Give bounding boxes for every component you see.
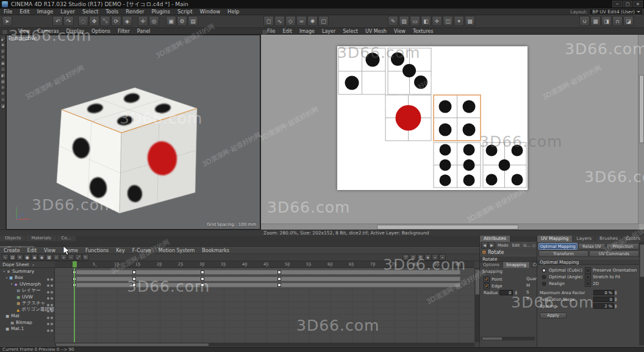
dope-sheet-selector[interactable]: Dope Sheet ▾ bbox=[0, 261, 55, 268]
fill-tool-icon[interactable]: ◧ bbox=[1, 72, 5, 77]
magnet-keys-icon[interactable]: ∩ bbox=[53, 254, 60, 261]
keyframe-frame-14[interactable] bbox=[132, 277, 136, 281]
attributes-horizontal-scrollbar[interactable] bbox=[481, 337, 535, 340]
texture-menu-textures[interactable]: Textures bbox=[409, 29, 437, 34]
tab-objects[interactable]: Objects bbox=[0, 236, 26, 241]
texture-uv-editor[interactable] bbox=[260, 35, 644, 230]
brush-tool-icon[interactable]: ✎ bbox=[1, 54, 5, 59]
attributes-menu-mode[interactable]: Mode bbox=[496, 243, 510, 248]
menu-edit[interactable]: Edit bbox=[16, 9, 33, 15]
uv-panel-scrollbar[interactable] bbox=[639, 242, 644, 345]
scale-icon[interactable]: ⤡ bbox=[100, 16, 110, 26]
texture-menu-file[interactable]: File bbox=[263, 29, 279, 34]
menu-file[interactable]: File bbox=[0, 9, 16, 15]
projection-button[interactable]: Projection bbox=[606, 243, 639, 250]
radio-optimal-cubic[interactable] bbox=[541, 267, 547, 273]
selection-tool-icon[interactable]: ▖ bbox=[1, 36, 5, 41]
texture-horizontal-scrollbar[interactable] bbox=[261, 224, 639, 230]
zoom-in-icon[interactable]: + bbox=[60, 254, 67, 261]
texture-menu-uv-mesh[interactable]: UV Mesh bbox=[362, 29, 390, 34]
menu-tools[interactable]: Tools bbox=[102, 9, 122, 15]
record-icon[interactable]: ● bbox=[24, 254, 30, 261]
bookmark-icon[interactable]: ◈ bbox=[424, 254, 431, 261]
radius-input[interactable]: 0 bbox=[499, 290, 513, 295]
spinner-control[interactable]: ▲▼ bbox=[615, 304, 617, 309]
render-queue-icon[interactable]: ▤ bbox=[188, 16, 198, 26]
tab-co[interactable]: Co... bbox=[57, 236, 76, 241]
add-deformer-icon[interactable]: ≈ bbox=[296, 16, 307, 26]
color-picker-icon[interactable]: ✛ bbox=[432, 16, 442, 26]
tab-colors[interactable]: Colors bbox=[622, 236, 644, 242]
keyframe-frame-48[interactable] bbox=[277, 270, 281, 274]
motion-mode-icon[interactable]: ≋ bbox=[16, 254, 23, 261]
spinner-control[interactable]: ▲▼ bbox=[515, 290, 517, 295]
lock-icon[interactable]: ◪ bbox=[623, 16, 634, 26]
timeline-object-summary[interactable]: ▸≣Summary bbox=[0, 268, 54, 275]
texture-menu-layer[interactable]: Layer bbox=[318, 29, 339, 34]
layout-dropdown[interactable]: BP UV Edit4 (User) bbox=[589, 9, 643, 15]
maximize-button[interactable]: □ bbox=[623, 1, 632, 7]
move-icon[interactable]: ✥ bbox=[89, 16, 99, 26]
spinner-control[interactable]: ▲▼ bbox=[615, 297, 617, 302]
playhead[interactable] bbox=[74, 268, 75, 342]
magnet-icon[interactable]: ∩ bbox=[612, 16, 623, 26]
frame-all-icon[interactable]: ⤢ bbox=[75, 254, 82, 261]
checkbox-stretch-to-fit[interactable] bbox=[585, 274, 591, 280]
animation-track[interactable] bbox=[73, 270, 460, 275]
tab-uv-mapping[interactable]: UV Mapping bbox=[537, 236, 572, 242]
timeline-menu-create[interactable]: Create bbox=[0, 248, 24, 253]
texture-menu-view[interactable]: View bbox=[390, 29, 409, 34]
add-light-icon[interactable]: ✺ bbox=[307, 16, 318, 26]
keyframe-frame-30[interactable] bbox=[201, 283, 204, 287]
viewport-panel-icon[interactable] bbox=[2, 29, 8, 35]
keyframe-frame-48[interactable] bbox=[277, 277, 281, 281]
viewport-menu-panel[interactable]: Panel bbox=[134, 29, 154, 34]
keyframe-frame-14[interactable] bbox=[132, 270, 136, 274]
timeline-menu-frame[interactable]: Frame bbox=[59, 248, 82, 253]
relaxation-steps-input[interactable]: 0 bbox=[593, 297, 614, 302]
attributes-section-header[interactable]: Rotate bbox=[480, 256, 537, 262]
pointer-icon[interactable]: ➤ bbox=[2, 16, 12, 26]
move-tool-icon[interactable]: ✥ bbox=[1, 42, 5, 47]
viewport-menu-display[interactable]: Display bbox=[63, 29, 88, 34]
keyframe-frame-48[interactable] bbox=[277, 283, 281, 287]
last-tool-icon[interactable]: ◈ bbox=[122, 16, 132, 26]
eraser-icon[interactable]: ▭ bbox=[410, 16, 420, 26]
scrollbar-thumb[interactable] bbox=[640, 244, 644, 277]
radio-optimal-angle[interactable] bbox=[541, 274, 547, 280]
timeline-menu-f-curve[interactable]: F-Curve bbox=[129, 248, 155, 253]
viewport-menu-filter[interactable]: Filter bbox=[114, 29, 134, 34]
next-bookmark-icon[interactable]: » bbox=[439, 254, 446, 261]
spinner-control[interactable]: ▲▼ bbox=[615, 290, 617, 295]
spacing-input[interactable]: 2 % bbox=[593, 303, 614, 309]
menu-layer[interactable]: Layer bbox=[57, 9, 79, 15]
stamp-icon[interactable]: ▨ bbox=[399, 16, 409, 26]
menu-render[interactable]: Render bbox=[122, 9, 148, 15]
texture-vertical-scrollbar[interactable] bbox=[638, 35, 644, 224]
attr-forward-icon[interactable]: ▶ bbox=[488, 242, 495, 248]
viewport-label[interactable]: Perspective bbox=[9, 36, 37, 41]
loop-icon[interactable]: ↻ bbox=[82, 254, 89, 261]
prev-bookmark-icon[interactable]: « bbox=[432, 254, 438, 261]
timeline-object-uvmorph[interactable]: ▾◆UVmorph bbox=[0, 281, 54, 287]
close-button[interactable]: ✕ bbox=[633, 1, 643, 7]
add-generator-icon[interactable]: ◇ bbox=[285, 16, 296, 26]
texture-menu-edit[interactable]: Edit bbox=[279, 29, 296, 34]
add-cube-icon[interactable]: ◻ bbox=[263, 16, 274, 26]
perspective-viewport[interactable]: Perspective bbox=[6, 35, 260, 230]
keyframe-frame-30[interactable] bbox=[201, 270, 204, 274]
tab-options[interactable]: Options bbox=[480, 262, 503, 268]
smear-tool-icon[interactable]: ∿ bbox=[1, 97, 5, 102]
layer-list-icon[interactable]: ≡ bbox=[410, 254, 417, 261]
menu-help[interactable]: Help bbox=[224, 9, 243, 15]
menu-script[interactable]: Script bbox=[174, 9, 196, 15]
rotate-icon[interactable]: ⟳ bbox=[111, 16, 121, 26]
transform-button[interactable]: Transform bbox=[538, 250, 589, 257]
viewport-menu-view[interactable]: View bbox=[15, 29, 34, 34]
timeline-object-item[interactable]: ▲ポリゴン選択範囲 bbox=[0, 306, 54, 313]
tab-brushes[interactable]: Brushes bbox=[596, 236, 621, 242]
texture-canvas[interactable] bbox=[337, 46, 528, 190]
live-selection-icon[interactable]: ◌ bbox=[78, 16, 88, 26]
timeline-menu-edit[interactable]: Edit bbox=[24, 248, 41, 253]
snap-icon[interactable]: ∪ bbox=[579, 16, 590, 26]
